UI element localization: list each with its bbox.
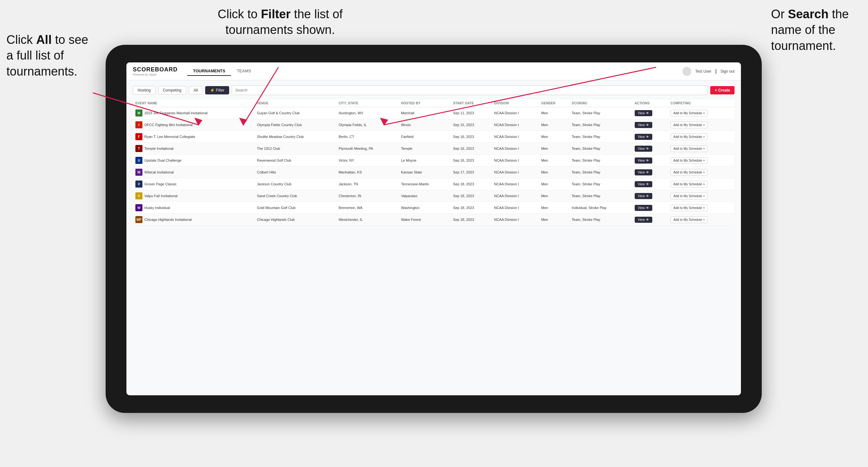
col-gender: GENDER (539, 99, 569, 107)
scoring-5: Team, Stroke Play (569, 166, 632, 178)
add-schedule-button-0[interactable]: Add to My Schedule + (671, 110, 708, 117)
venue-8: Gold Mountain Golf Club (254, 202, 336, 214)
view-button-2[interactable]: View 👁 (635, 134, 653, 140)
filter-bar: Hosting Competing All ⚡ Filter + Create (133, 86, 735, 95)
actions-6: View 👁 (632, 178, 668, 190)
start-date-4: Sep 16, 2023 (451, 155, 492, 166)
table-row: V Grover Page Classic Jackson Country Cl… (133, 178, 735, 190)
hosted-by-4: Le Moyne (399, 155, 451, 166)
all-button[interactable]: All (189, 86, 203, 94)
filter-button[interactable]: ⚡ Filter (205, 86, 229, 94)
team-logo-2: F (135, 133, 143, 140)
add-schedule-button-4[interactable]: Add to My Schedule + (671, 157, 708, 164)
division-6: NCAA Division I (492, 178, 539, 190)
add-schedule-button-9[interactable]: Add to My Schedule + (671, 216, 708, 223)
view-button-4[interactable]: View 👁 (635, 157, 653, 163)
competing-8: Add to My Schedule + (668, 202, 735, 214)
competing-3: Add to My Schedule + (668, 143, 735, 155)
hosted-by-7: Valparaiso (399, 190, 451, 202)
competing-4: Add to My Schedule + (668, 155, 735, 166)
sign-out-link[interactable]: Sign out (720, 69, 735, 73)
venue-3: The 1912 Club (254, 143, 336, 155)
start-date-6: Sep 18, 2023 (451, 178, 492, 190)
create-button[interactable]: + Create (710, 86, 735, 94)
event-name-cell-5: W Wildcat Invitational (133, 166, 254, 178)
add-schedule-button-3[interactable]: Add to My Schedule + (671, 145, 708, 152)
view-button-9[interactable]: View 👁 (635, 217, 653, 223)
event-name-5: Wildcat Invitational (144, 170, 174, 174)
view-button-8[interactable]: View 👁 (635, 205, 653, 211)
division-4: NCAA Division I (492, 155, 539, 166)
scoring-3: Team, Stroke Play (569, 143, 632, 155)
competing-9: Add to My Schedule + (668, 214, 735, 226)
add-schedule-button-5[interactable]: Add to My Schedule + (671, 169, 708, 176)
header-right: Test User | Sign out (682, 67, 735, 76)
gender-3: Men (539, 143, 569, 155)
venue-6: Jackson Country Club (254, 178, 336, 190)
city-state-6: Jackson, TN (336, 178, 399, 190)
city-state-1: Olympia Fields, IL (336, 119, 399, 131)
view-button-0[interactable]: View 👁 (635, 110, 653, 116)
hosted-by-9: Wake Forest (399, 214, 451, 226)
tab-teams[interactable]: TEAMS (231, 67, 257, 76)
add-schedule-button-8[interactable]: Add to My Schedule + (671, 205, 708, 211)
view-button-3[interactable]: View 👁 (635, 146, 653, 152)
scoring-4: Team, Stroke Play (569, 155, 632, 166)
hosted-by-6: Tennessee-Martin (399, 178, 451, 190)
event-name-4: Upstate Dual Challenge (144, 158, 182, 162)
col-start-date: START DATE (451, 99, 492, 107)
venue-0: Guyan Golf & Country Club (254, 107, 336, 119)
table-row: V Valpo Fall Invitational Sand Creek Cou… (133, 190, 735, 202)
search-input[interactable] (232, 86, 708, 95)
table-row: I OFCC Fighting Illini Invitational Olym… (133, 119, 735, 131)
scoring-1: Team, Stroke Play (569, 119, 632, 131)
add-schedule-button-2[interactable]: Add to My Schedule + (671, 133, 708, 140)
gender-1: Men (539, 119, 569, 131)
hosted-by-5: Kansas State (399, 166, 451, 178)
tablet-frame: SCOREBOARD Powered by clippd TOURNAMENTS… (105, 45, 762, 413)
nav-tabs: TOURNAMENTS TEAMS (187, 67, 257, 76)
view-button-5[interactable]: View 👁 (635, 169, 653, 176)
hosting-button[interactable]: Hosting (133, 86, 156, 94)
gender-0: Men (539, 107, 569, 119)
team-logo-1: I (135, 121, 143, 128)
col-actions: ACTIONS (632, 99, 668, 107)
competing-1: Add to My Schedule + (668, 119, 735, 131)
competing-button[interactable]: Competing (158, 86, 186, 94)
separator: | (715, 68, 717, 74)
add-schedule-button-6[interactable]: Add to My Schedule + (671, 181, 708, 188)
city-state-9: Westchester, IL (336, 214, 399, 226)
avatar (682, 67, 691, 76)
table-wrapper: EVENT NAME VENUE CITY, STATE HOSTED BY S… (133, 99, 735, 390)
team-logo-5: W (135, 169, 143, 176)
eye-icon-2: 👁 (646, 135, 649, 138)
actions-1: View 👁 (632, 119, 668, 131)
view-button-7[interactable]: View 👁 (635, 193, 653, 199)
city-state-4: Victor, NY (336, 155, 399, 166)
hosted-by-1: Illinois (399, 119, 451, 131)
event-name-cell-7: V Valpo Fall Invitational (133, 190, 254, 202)
eye-icon-8: 👁 (646, 206, 649, 210)
event-name-cell-3: T Temple Invitational (133, 143, 254, 155)
division-9: NCAA Division I (492, 214, 539, 226)
venue-4: Ravenwood Golf Club (254, 155, 336, 166)
venue-5: Colbert Hills (254, 166, 336, 178)
col-city-state: CITY, STATE (336, 99, 399, 107)
start-date-9: Sep 18, 2023 (451, 214, 492, 226)
venue-9: Chicago Highlands Club (254, 214, 336, 226)
event-name-cell-6: V Grover Page Classic (133, 178, 254, 190)
annotation-filter: Click to Filter the list oftournaments s… (218, 6, 343, 38)
actions-7: View 👁 (632, 190, 668, 202)
annotation-search: Or Search thename of thetournament. (771, 6, 849, 54)
gender-6: Men (539, 178, 569, 190)
view-button-1[interactable]: View 👁 (635, 122, 653, 128)
add-schedule-button-1[interactable]: Add to My Schedule + (671, 122, 708, 128)
gender-5: Men (539, 166, 569, 178)
view-button-6[interactable]: View 👁 (635, 181, 653, 187)
tab-tournaments[interactable]: TOURNAMENTS (187, 67, 231, 76)
division-5: NCAA Division I (492, 166, 539, 178)
tablet-screen: SCOREBOARD Powered by clippd TOURNAMENTS… (126, 62, 741, 395)
add-schedule-button-7[interactable]: Add to My Schedule + (671, 193, 708, 199)
city-state-3: Plymouth Meeting, PA (336, 143, 399, 155)
table-row: M 2023 Joe Feaganes Marshall Invitationa… (133, 107, 735, 119)
